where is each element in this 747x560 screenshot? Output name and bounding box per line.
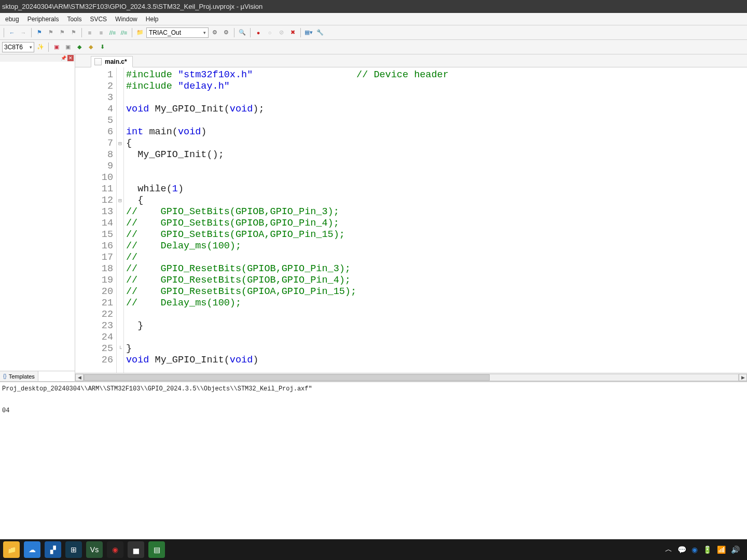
options-button[interactable]: ✨ — [35, 42, 46, 52]
templates-tab[interactable]: {} Templates — [0, 371, 38, 381]
windows-taskbar[interactable]: 📁 ☁ ▞ ⊞ Vs ◉ ▅ ▤ ︿ 💬 ◉ 🔋 📶 🔊 — [0, 539, 747, 560]
debug-button[interactable]: 🔍 — [237, 27, 247, 38]
separator — [250, 28, 251, 37]
taskbar-app-3[interactable]: ▞ — [45, 541, 61, 558]
books-button[interactable]: ▣ — [63, 42, 73, 52]
separator — [48, 43, 49, 52]
back-button[interactable]: ← — [7, 27, 17, 38]
title-bar: sktop_20240304\ARM\STM32F103\GPIO_2024.3… — [0, 0, 747, 13]
tray-wifi-icon[interactable]: 📶 — [717, 545, 726, 554]
menu-svcs[interactable]: SVCS — [86, 14, 111, 24]
rebuild-button[interactable]: ⚙ — [221, 27, 231, 38]
bookmark-prev-button[interactable]: ⚑ — [46, 27, 56, 38]
output-line-1: Proj_desktop_20240304\\ARM\\STM32F103\\G… — [2, 385, 312, 393]
separator — [4, 28, 4, 37]
tray-chevron-icon[interactable]: ︿ — [665, 545, 672, 554]
templates-icon: {} — [3, 373, 7, 379]
build-button[interactable]: ⚙ — [210, 27, 220, 38]
file-tab-label: main.c* — [105, 58, 127, 65]
taskbar-app-5[interactable]: Vs — [86, 541, 103, 558]
menu-tools[interactable]: Tools — [63, 14, 86, 24]
window-layout-button[interactable]: ▦▾ — [303, 27, 314, 38]
scroll-left-button[interactable]: ◀ — [75, 374, 84, 381]
tray-battery-icon[interactable]: 🔋 — [703, 545, 712, 554]
device-combo[interactable]: 3C8T6 — [2, 42, 34, 52]
comment-button[interactable]: //≡ — [107, 27, 118, 38]
code-editor[interactable]: 1234567891011121314151617181920212223242… — [75, 67, 747, 373]
code-text-area[interactable]: #include "stm32f10x.h" // Device header#… — [124, 67, 747, 373]
bookmark-next-button[interactable]: ⚑ — [57, 27, 67, 38]
scroll-track[interactable] — [84, 374, 739, 381]
toolbar-secondary: 3C8T6 ✨ ▣ ▣ ◆ ◆ ⬇ — [0, 40, 747, 54]
tray-wechat-icon[interactable]: 💬 — [677, 545, 686, 554]
bookmark-toggle-button[interactable]: ⚑ — [34, 27, 45, 38]
target-name-combo[interactable]: TRIAC_Out — [146, 27, 209, 38]
taskbar-app-1[interactable]: 📁 — [3, 541, 20, 558]
taskbar-app-6[interactable]: ◉ — [107, 541, 123, 558]
breakpoint-enable-button[interactable]: ○ — [265, 27, 275, 38]
close-icon[interactable]: ✕ — [67, 55, 74, 61]
uncomment-button[interactable]: //≡ — [119, 27, 129, 38]
breakpoint-insert-button[interactable]: ● — [253, 27, 264, 38]
separator — [300, 28, 301, 37]
tab-strip: main.c* — [75, 54, 747, 67]
horizontal-scrollbar[interactable]: ◀ ▶ — [75, 373, 747, 381]
tray-app-icon[interactable]: ◉ — [691, 545, 698, 554]
title-text: sktop_20240304\ARM\STM32F103\GPIO_2024.3… — [2, 3, 262, 10]
menu-window[interactable]: Window — [111, 14, 142, 24]
menu-help[interactable]: Help — [142, 14, 163, 24]
project-panel: 📌 ✕ {} Templates — [0, 54, 75, 381]
scroll-right-button[interactable]: ▶ — [739, 374, 747, 381]
taskbar-app-8[interactable]: ▤ — [148, 541, 165, 558]
configure-button[interactable]: 🔧 — [315, 27, 325, 38]
indent-left-button[interactable]: ≡ — [85, 27, 95, 38]
menu-debug[interactable]: ebug — [1, 14, 23, 24]
taskbar-app-2[interactable]: ☁ — [24, 541, 40, 558]
find-button[interactable]: 📁 — [135, 27, 145, 38]
file-tab-main-c[interactable]: main.c* — [91, 56, 133, 67]
scroll-thumb[interactable] — [84, 374, 490, 381]
menu-bar: ebug Peripherals Tools SVCS Window Help — [0, 13, 747, 25]
project-panel-tabs: {} Templates — [0, 371, 75, 381]
main-area: 📌 ✕ {} Templates main.c* 123456789101112… — [0, 54, 747, 381]
templates-tab-label: Templates — [9, 373, 35, 380]
separator — [81, 28, 82, 37]
breakpoint-disable-button[interactable]: ⊘ — [276, 27, 286, 38]
manage-button[interactable]: ▣ — [51, 42, 62, 52]
separator — [132, 28, 132, 37]
menu-peripherals[interactable]: Peripherals — [23, 14, 63, 24]
breakpoint-kill-button[interactable]: ✖ — [287, 27, 298, 38]
download-button[interactable]: ⬇ — [97, 42, 107, 52]
pack-button[interactable]: ◆ — [74, 42, 85, 52]
project-panel-header: 📌 ✕ — [0, 54, 75, 62]
build-output-panel[interactable]: Proj_desktop_20240304\\ARM\\STM32F103\\G… — [0, 381, 747, 459]
taskbar-app-4[interactable]: ⊞ — [65, 541, 82, 558]
forward-button[interactable]: → — [18, 27, 29, 38]
tray-volume-icon[interactable]: 🔊 — [731, 545, 740, 554]
system-tray[interactable]: ︿ 💬 ◉ 🔋 📶 🔊 — [665, 545, 744, 554]
empty-area — [0, 459, 747, 552]
pin-icon[interactable]: 📌 — [60, 55, 66, 61]
separator — [31, 28, 32, 37]
toolbar-main: ← → ⚑ ⚑ ⚑ ⚑ ≡ ≡ //≡ //≡ 📁 TRIAC_Out ⚙ ⚙ … — [0, 25, 747, 40]
device-combo-text: 3C8T6 — [4, 44, 23, 51]
indent-right-button[interactable]: ≡ — [96, 27, 106, 38]
target-name-combo-text: TRIAC_Out — [149, 29, 181, 36]
bookmark-clear-button[interactable]: ⚑ — [68, 27, 79, 38]
line-number-gutter: 1234567891011121314151617181920212223242… — [75, 67, 117, 373]
document-icon — [94, 58, 102, 65]
fold-column[interactable]: ⊟⊟└ — [117, 67, 124, 373]
output-line-3: 04 — [2, 407, 9, 414]
separator — [234, 28, 234, 37]
select-button[interactable]: ◆ — [86, 42, 96, 52]
editor-area: main.c* 12345678910111213141516171819202… — [75, 54, 747, 381]
project-panel-body[interactable] — [0, 62, 75, 371]
taskbar-app-7[interactable]: ▅ — [128, 541, 144, 558]
